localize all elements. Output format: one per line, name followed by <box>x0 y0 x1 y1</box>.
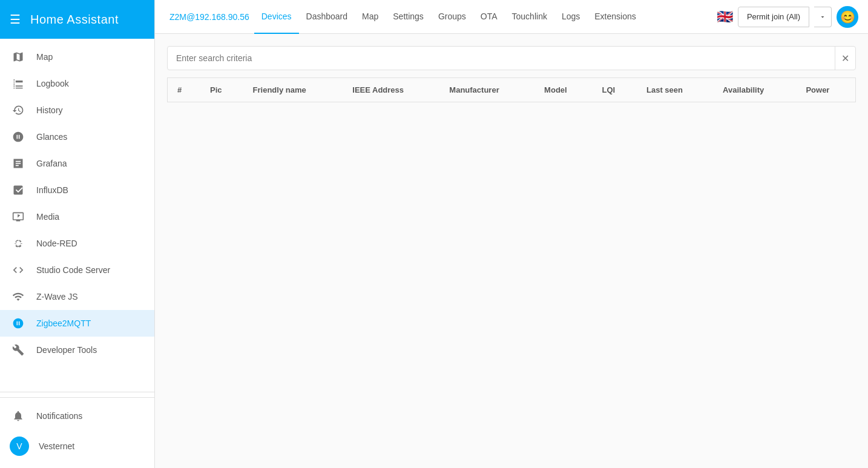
col-friendly-name: Friendly name <box>243 78 343 102</box>
sidebar-item-label-grafana: Grafana <box>36 159 67 168</box>
tab-dashboard[interactable]: Dashboard <box>299 0 355 34</box>
glances-icon <box>10 131 27 143</box>
sidebar-item-developer-tools[interactable]: Developer Tools <box>0 337 154 363</box>
menu-icon[interactable]: ☰ <box>10 12 21 27</box>
sidebar-nav: Map Logbook History Glances <box>0 39 154 387</box>
developer-tools-icon <box>10 344 27 356</box>
col-power: Power <box>796 78 855 102</box>
search-input[interactable] <box>168 47 835 69</box>
map-icon <box>10 51 27 63</box>
sidebar-title: Home Assistant <box>30 13 119 27</box>
sidebar-item-label-glances: Glances <box>36 132 67 142</box>
tab-logs[interactable]: Logs <box>554 0 587 34</box>
col-lqi: LQI <box>592 78 637 102</box>
col-manufacturer: Manufacturer <box>439 78 534 102</box>
permit-join-button[interactable]: Permit join (All) <box>738 7 809 27</box>
col-availability: Availability <box>713 78 796 102</box>
tab-extensions[interactable]: Extensions <box>587 0 643 34</box>
table-header: # Pic Friendly name IEEE Address Manufac… <box>168 78 856 102</box>
tab-devices[interactable]: Devices <box>254 0 299 34</box>
col-ieee-address: IEEE Address <box>343 78 439 102</box>
logbook-icon <box>10 77 27 90</box>
topbar: Z2M@192.168.90.56 Devices Dashboard Map … <box>155 0 868 34</box>
zwave-icon <box>10 291 27 303</box>
sidebar: ☰ Home Assistant Map Logbook History <box>0 0 155 468</box>
sidebar-item-notifications[interactable]: Notifications <box>0 403 154 429</box>
devices-table: # Pic Friendly name IEEE Address Manufac… <box>167 77 856 102</box>
sidebar-item-grafana[interactable]: Grafana <box>0 150 154 177</box>
sidebar-item-label-vesternet: Vesternet <box>39 441 74 451</box>
sidebar-item-vesternet[interactable]: V Vesternet <box>0 429 154 463</box>
influxdb-icon <box>10 184 27 196</box>
sidebar-item-label-studio-code: Studio Code Server <box>36 265 110 275</box>
sidebar-item-studio-code-server[interactable]: Studio Code Server <box>0 257 154 283</box>
tab-ota[interactable]: OTA <box>473 0 505 34</box>
content-area: ✕ # Pic Friendly name IEEE Address Manuf… <box>155 34 868 468</box>
sidebar-item-map[interactable]: Map <box>0 44 154 70</box>
sidebar-item-label-media: Media <box>36 212 59 222</box>
node-red-icon <box>10 237 27 249</box>
tab-groups[interactable]: Groups <box>431 0 473 34</box>
flag-icon[interactable]: 🇬🇧 <box>717 9 733 25</box>
permit-join-dropdown[interactable] <box>814 7 832 27</box>
tab-settings[interactable]: Settings <box>386 0 431 34</box>
code-icon <box>10 264 27 276</box>
sidebar-item-logbook[interactable]: Logbook <box>0 70 154 97</box>
search-clear-button[interactable]: ✕ <box>835 47 855 70</box>
sidebar-divider <box>0 392 154 392</box>
main-content: Z2M@192.168.90.56 Devices Dashboard Map … <box>155 0 868 468</box>
sidebar-item-label-map: Map <box>36 52 53 62</box>
grafana-icon <box>10 157 27 170</box>
user-menu-button[interactable]: 😊 <box>837 6 858 28</box>
history-icon <box>10 104 27 116</box>
sidebar-item-label-z-wave-js: Z-Wave JS <box>36 292 78 302</box>
topbar-right: 🇬🇧 Permit join (All) 😊 <box>717 6 858 28</box>
sidebar-item-label-notifications: Notifications <box>36 411 82 421</box>
user-avatar: V <box>10 437 29 456</box>
sidebar-item-z-wave-js[interactable]: Z-Wave JS <box>0 283 154 310</box>
tab-map[interactable]: Map <box>355 0 386 34</box>
zigbee-icon <box>10 317 27 329</box>
sidebar-item-label-node-red: Node-RED <box>36 239 77 248</box>
connection-link[interactable]: Z2M@192.168.90.56 <box>165 12 254 22</box>
sidebar-bottom: Notifications V Vesternet <box>0 397 154 468</box>
bell-icon <box>10 410 27 422</box>
sidebar-item-label-history: History <box>36 105 63 115</box>
sidebar-item-zigbee2mqtt[interactable]: Zigbee2MQTT <box>0 310 154 337</box>
sidebar-header: ☰ Home Assistant <box>0 0 154 39</box>
media-icon <box>10 211 27 223</box>
sidebar-item-label-influxdb: InfluxDB <box>36 185 68 195</box>
sidebar-item-node-red[interactable]: Node-RED <box>0 230 154 257</box>
col-last-seen: Last seen <box>637 78 713 102</box>
sidebar-item-glances[interactable]: Glances <box>0 124 154 150</box>
search-bar: ✕ <box>167 46 856 70</box>
tab-touchlink[interactable]: Touchlink <box>505 0 554 34</box>
sidebar-item-label-logbook: Logbook <box>36 79 69 88</box>
col-number: # <box>168 78 200 102</box>
sidebar-item-label-zigbee2mqtt: Zigbee2MQTT <box>36 318 91 328</box>
sidebar-item-influxdb[interactable]: InfluxDB <box>0 177 154 203</box>
col-pic: Pic <box>200 78 243 102</box>
sidebar-item-media[interactable]: Media <box>0 203 154 230</box>
sidebar-item-label-developer-tools: Developer Tools <box>36 345 97 355</box>
col-model: Model <box>534 78 592 102</box>
sidebar-item-history[interactable]: History <box>0 97 154 124</box>
